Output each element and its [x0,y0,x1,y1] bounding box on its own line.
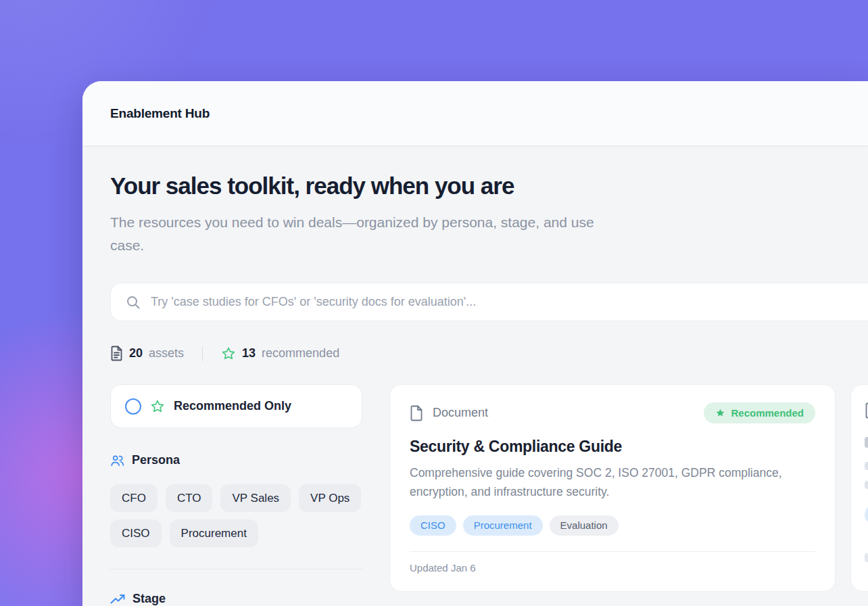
window-header: Enablement Hub [82,81,868,146]
partial-card-updated [865,553,868,562]
page-title: Your sales toolkit, ready when you are [110,172,868,200]
sidebar-divider [110,569,362,569]
recommended-stat: 13 recommended [221,346,339,361]
stats-row: 20 assets 13 recommended [110,346,868,361]
content-row: Recommended Only Persona [110,384,868,606]
card-updated: Updated Jan 6 [410,562,815,574]
assets-count: 20 [129,346,143,360]
filter-sidebar: Recommended Only Persona [110,384,362,606]
card-tags: CISO Procurement Evaluation [410,515,815,536]
card-description: Comprehensive guide covering SOC 2, ISO … [410,463,815,501]
star-filled-icon [715,408,725,418]
page-subtitle: The resources you need to win deals—orga… [110,211,631,257]
card-tag-ciso[interactable]: CISO [410,515,456,536]
resource-card-partial[interactable] [850,384,868,592]
card-title: Security & Compliance Guide [410,438,815,456]
recommended-count: 13 [242,346,256,360]
assets-stat: 20 assets [110,346,184,361]
search-icon [126,295,141,310]
persona-chip-ciso[interactable]: CISO [110,519,162,547]
star-icon [221,346,236,361]
partial-card-description [865,462,868,470]
stage-filter-title: Stage [132,592,166,606]
persona-filter-section: Persona CFO CTO VP Sales VP Ops CISO Pro… [110,453,362,547]
recommended-only-label: Recommended Only [174,399,291,413]
search-input[interactable] [151,283,868,321]
persona-filter-title: Persona [132,453,180,467]
enablement-hub-window: Enablement Hub Your sales toolkit, ready… [82,81,868,606]
persona-chip-cfo[interactable]: CFO [110,484,158,512]
window-body: Your sales toolkit, ready when you are T… [82,146,868,606]
stage-filter-section: Stage [110,592,362,606]
app-title: Enablement Hub [110,106,210,121]
partial-card-title [865,437,868,448]
star-icon [150,399,165,414]
persona-chip-cto[interactable]: CTO [166,484,213,512]
card-tag-procurement[interactable]: Procurement [463,515,543,536]
resource-card[interactable]: Document Recommended Security & Complian… [389,384,836,592]
partial-card-description [865,481,868,489]
users-icon [110,454,124,467]
card-type-label: Document [433,406,488,420]
partial-card-tag [865,505,868,525]
assets-label: assets [149,346,184,360]
recommended-label: recommended [262,346,339,360]
stats-divider [202,346,203,361]
persona-chip-vp-sales[interactable]: VP Sales [220,484,291,512]
radio-unchecked-icon[interactable] [125,398,141,415]
document-icon [410,405,423,421]
trending-up-icon [110,594,125,605]
persona-chips: CFO CTO VP Sales VP Ops CISO Procurement [110,484,362,547]
card-divider [410,551,815,552]
document-icon [865,402,868,419]
recommended-only-toggle[interactable]: Recommended Only [110,384,362,428]
file-text-icon [110,346,123,361]
search-bar[interactable] [110,283,868,321]
cards-row: Document Recommended Security & Complian… [389,384,868,592]
card-tag-evaluation[interactable]: Evaluation [550,515,619,536]
persona-chip-procurement[interactable]: Procurement [170,519,258,547]
recommended-badge-label: Recommended [731,407,804,419]
persona-chip-vp-ops[interactable]: VP Ops [299,484,361,512]
recommended-badge: Recommended [704,402,815,423]
